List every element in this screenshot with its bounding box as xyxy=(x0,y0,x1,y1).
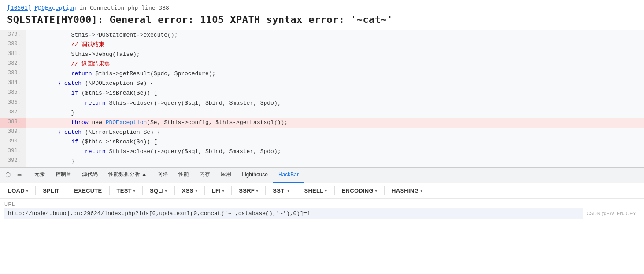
url-input[interactable] xyxy=(4,208,583,219)
dropdown-arrow-icon: ▾ xyxy=(256,188,258,193)
hackbar-btn-lfi[interactable]: LFI ▾ xyxy=(207,186,229,196)
toolbar-divider xyxy=(142,186,143,195)
code-content: $this->PDOStatement->execute(); xyxy=(26,30,644,40)
devtools-tab-源代码[interactable]: 源代码 xyxy=(77,168,103,183)
hackbar-btn-sqli[interactable]: SQLI ▾ xyxy=(145,186,172,196)
devtools-icons: ⬡ ▭ xyxy=(2,171,26,179)
line-number: 386. xyxy=(0,99,26,108)
hackbar-btn-test[interactable]: TEST ▾ xyxy=(112,186,140,196)
code-content: return $this->getResult($pdo, $procedure… xyxy=(26,69,644,79)
devtools-tab-性能[interactable]: 性能 xyxy=(173,168,194,183)
code-row: 384. } catch (\PDOException $e) { xyxy=(0,79,644,88)
dropdown-arrow-icon: ▾ xyxy=(165,188,167,193)
hackbar-btn-ssrf[interactable]: SSRF ▾ xyxy=(234,186,263,196)
hackbar-btn-xss[interactable]: XSS ▾ xyxy=(178,186,202,196)
toolbar-divider xyxy=(35,186,36,195)
code-content: throw new PDOException($e, $this->config… xyxy=(26,118,644,128)
dropdown-arrow-icon: ▾ xyxy=(287,188,289,193)
code-row: 379. $this->PDOStatement->execute(); xyxy=(0,30,644,40)
code-row: 382. // 返回结果集 xyxy=(0,59,644,69)
hackbar-btn-execute[interactable]: EXECUTE xyxy=(70,186,106,196)
line-number: 392. xyxy=(0,157,26,166)
error-message: SQLSTATE[HY000]: General error: 1105 XPA… xyxy=(7,14,637,26)
url-input-row: CSDN @FW_ENJOEY xyxy=(4,208,640,219)
hackbar-url-section: URL CSDN @FW_ENJOEY xyxy=(0,199,644,223)
dropdown-arrow-icon: ▾ xyxy=(222,188,224,193)
line-number: 382. xyxy=(0,59,26,69)
code-row: 392. } xyxy=(0,157,644,166)
dropdown-arrow-icon: ▾ xyxy=(133,188,135,193)
toolbar-divider xyxy=(67,186,67,195)
error-location: [10501] PDOException in Connection.php l… xyxy=(7,4,637,11)
code-content: // 调试结束 xyxy=(26,40,644,50)
dropdown-arrow-icon: ▾ xyxy=(26,188,28,193)
device-icon[interactable]: ▭ xyxy=(15,171,24,179)
code-content: return $this->close()->query($sql, $bind… xyxy=(26,147,644,157)
devtools-tab-元素[interactable]: 元素 xyxy=(29,168,50,183)
error-section: [10501] PDOException in Connection.php l… xyxy=(0,0,644,30)
url-credit: CSDN @FW_ENJOEY xyxy=(583,211,640,216)
toolbar-divider xyxy=(297,186,297,195)
line-number: 381. xyxy=(0,50,26,59)
code-content: } catch (\PDOException $e) { xyxy=(26,79,644,88)
line-number: 385. xyxy=(0,88,26,98)
error-code[interactable]: [10501] xyxy=(7,4,31,11)
error-exception-class[interactable]: PDOException xyxy=(35,4,76,11)
code-row: 389. } catch (\ErrorException $e) { xyxy=(0,128,644,137)
devtools-tab-内存[interactable]: 内存 xyxy=(194,168,215,183)
hackbar-btn-split[interactable]: SPLIT xyxy=(38,186,64,196)
hackbar-btn-encoding[interactable]: ENCODING ▾ xyxy=(337,186,381,196)
code-row: 380. // 调试结束 xyxy=(0,40,644,50)
toolbar-divider xyxy=(204,186,205,195)
toolbar-divider xyxy=(174,186,175,195)
line-number: 388. xyxy=(0,118,26,128)
devtools-tabs: 元素控制台源代码性能数据分析 ▲网络性能内存应用LighthouseHackBa… xyxy=(29,168,304,183)
line-number: 380. xyxy=(0,40,26,50)
hackbar-btn-ssti[interactable]: SSTI ▾ xyxy=(268,186,294,196)
dropdown-arrow-icon: ▾ xyxy=(325,188,327,193)
devtools-tab-性能数据分析-▲[interactable]: 性能数据分析 ▲ xyxy=(103,168,152,183)
code-content: } xyxy=(26,108,644,118)
code-content: if ($this->isBreak($e)) { xyxy=(26,137,644,147)
line-number: 391. xyxy=(0,147,26,157)
line-number: 384. xyxy=(0,79,26,88)
dropdown-arrow-icon: ▾ xyxy=(375,188,377,193)
url-label: URL xyxy=(4,201,640,207)
toolbar-divider xyxy=(109,186,110,195)
dropdown-arrow-icon: ▾ xyxy=(420,188,422,193)
hackbar-btn-hashing[interactable]: HASHING ▾ xyxy=(387,186,427,196)
code-row: 381. $this->debug(false); xyxy=(0,50,644,59)
code-content: // 返回结果集 xyxy=(26,59,644,69)
line-number: 389. xyxy=(0,128,26,137)
line-number: 379. xyxy=(0,30,26,40)
hackbar-toolbar: LOAD ▾SPLITEXECUTETEST ▾SQLI ▾XSS ▾LFI ▾… xyxy=(0,183,644,199)
code-row: 390. if ($this->isBreak($e)) { xyxy=(0,137,644,147)
code-content: } catch (\ErrorException $e) { xyxy=(26,128,644,137)
devtools-tab-hackbar[interactable]: HackBar xyxy=(273,168,304,183)
code-row: 385. if ($this->isBreak($e)) { xyxy=(0,88,644,98)
code-row: 391. return $this->close()->query($sql, … xyxy=(0,147,644,157)
devtools-tab-lighthouse[interactable]: Lighthouse xyxy=(237,168,273,183)
code-content: } xyxy=(26,157,644,166)
line-number: 383. xyxy=(0,69,26,79)
toolbar-divider xyxy=(334,186,335,195)
toolbar-divider xyxy=(265,186,266,195)
devtools-tab-控制台[interactable]: 控制台 xyxy=(50,168,77,183)
hackbar-btn-load[interactable]: LOAD ▾ xyxy=(4,186,33,196)
devtools-tab-应用[interactable]: 应用 xyxy=(215,168,237,183)
code-section: 379. $this->PDOStatement->execute();380.… xyxy=(0,30,644,167)
code-content: if ($this->isBreak($e)) { xyxy=(26,88,644,98)
toolbar-divider xyxy=(384,186,385,195)
cursor-icon[interactable]: ⬡ xyxy=(4,171,12,179)
error-location-text: in Connection.php line 388 xyxy=(79,4,169,11)
hackbar-section: LOAD ▾SPLITEXECUTETEST ▾SQLI ▾XSS ▾LFI ▾… xyxy=(0,183,644,223)
devtools-bar: ⬡ ▭ 元素控制台源代码性能数据分析 ▲网络性能内存应用LighthouseHa… xyxy=(0,167,644,183)
code-row: 387. } xyxy=(0,108,644,118)
toolbar-divider xyxy=(231,186,232,195)
line-number: 390. xyxy=(0,137,26,147)
code-row: 388. throw new PDOException($e, $this->c… xyxy=(0,118,644,128)
line-number: 387. xyxy=(0,108,26,118)
code-row: 386. return $this->close()->query($sql, … xyxy=(0,99,644,108)
hackbar-btn-shell[interactable]: SHELL ▾ xyxy=(300,186,332,196)
devtools-tab-网络[interactable]: 网络 xyxy=(152,168,173,183)
